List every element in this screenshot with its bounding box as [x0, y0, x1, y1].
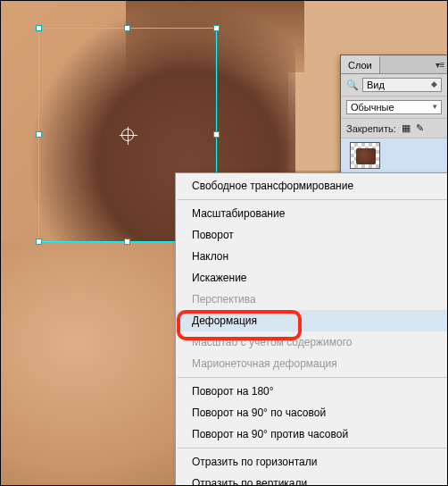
menu-rotate-90-cw[interactable]: Поворот на 90° по часовой: [176, 402, 448, 423]
transform-context-menu: Свободное трансформирование Масштабирова…: [175, 172, 448, 486]
menu-scale[interactable]: Масштабирование: [176, 203, 448, 224]
menu-warp[interactable]: Деформация: [176, 310, 448, 331]
transform-center-point[interactable]: [121, 129, 134, 141]
panel-menu-icon[interactable]: ▾≡: [433, 60, 447, 70]
transform-handle-middle-left[interactable]: [36, 131, 42, 138]
menu-free-transform[interactable]: Свободное трансформирование: [176, 175, 448, 197]
layer-thumbnail[interactable]: [350, 142, 380, 169]
transform-handle-top-left[interactable]: [36, 25, 42, 31]
menu-distort[interactable]: Искажение: [176, 267, 448, 289]
menu-skew[interactable]: Наклон: [176, 246, 448, 267]
menu-rotate[interactable]: Поворот: [176, 224, 448, 246]
menu-puppet-warp: Марионеточная деформация: [176, 353, 448, 374]
layer-filter-select[interactable]: Вид ◆: [362, 78, 442, 92]
blend-mode-select[interactable]: Обычные ▾: [346, 100, 442, 114]
chevron-down-icon: ▾: [433, 102, 437, 113]
chevron-down-icon: ◆: [431, 80, 437, 90]
blend-mode-label: Обычные: [351, 102, 394, 113]
transform-handle-bottom-middle[interactable]: [124, 239, 130, 245]
transform-handle-bottom-left[interactable]: [36, 239, 42, 245]
menu-flip-vertical[interactable]: Отразить по вертикали: [176, 473, 448, 486]
layer-filter-label: Вид: [367, 80, 385, 90]
search-icon: 🔍: [346, 80, 359, 91]
layer-row[interactable]: [341, 138, 447, 172]
menu-flip-horizontal[interactable]: Отразить по горизонтали: [176, 451, 448, 473]
transform-handle-top-right[interactable]: [213, 25, 220, 31]
menu-rotate-90-ccw[interactable]: Поворот на 90° против часовой: [176, 423, 448, 445]
tab-layers[interactable]: Слои: [341, 55, 380, 73]
menu-rotate-180[interactable]: Поворот на 180°: [176, 381, 448, 402]
lock-label: Закрепить:: [346, 123, 396, 134]
menu-perspective: Перспектива: [176, 289, 448, 310]
lock-brush-icon[interactable]: ✎: [416, 122, 424, 134]
lock-transparency-icon[interactable]: ▦: [402, 122, 411, 134]
menu-content-aware-scale: Масштаб с учетом содержимого: [176, 331, 448, 353]
transform-handle-top-middle[interactable]: [124, 25, 130, 31]
transform-handle-middle-right[interactable]: [213, 131, 220, 138]
layers-panel: Слои ▾≡ 🔍 Вид ◆ Обычные ▾ Закрепить: ▦ ✎: [340, 54, 447, 173]
